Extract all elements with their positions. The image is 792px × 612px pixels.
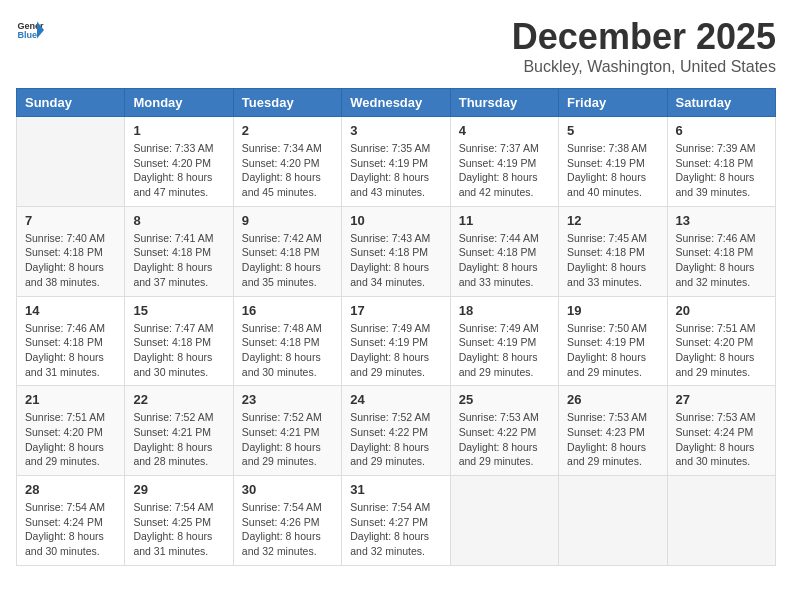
- calendar-cell: [667, 476, 775, 566]
- day-number: 28: [25, 482, 116, 497]
- calendar-week-row: 14Sunrise: 7:46 AMSunset: 4:18 PMDayligh…: [17, 296, 776, 386]
- day-info: Sunrise: 7:46 AMSunset: 4:18 PMDaylight:…: [676, 231, 767, 290]
- day-of-week-header: Tuesday: [233, 89, 341, 117]
- day-number: 8: [133, 213, 224, 228]
- calendar-cell: 19Sunrise: 7:50 AMSunset: 4:19 PMDayligh…: [559, 296, 667, 386]
- calendar-cell: 13Sunrise: 7:46 AMSunset: 4:18 PMDayligh…: [667, 206, 775, 296]
- day-number: 14: [25, 303, 116, 318]
- day-info: Sunrise: 7:37 AMSunset: 4:19 PMDaylight:…: [459, 141, 550, 200]
- month-title: December 2025: [512, 16, 776, 58]
- calendar-cell: 15Sunrise: 7:47 AMSunset: 4:18 PMDayligh…: [125, 296, 233, 386]
- day-number: 27: [676, 392, 767, 407]
- day-info: Sunrise: 7:40 AMSunset: 4:18 PMDaylight:…: [25, 231, 116, 290]
- calendar-header-row: SundayMondayTuesdayWednesdayThursdayFrid…: [17, 89, 776, 117]
- calendar-cell: 16Sunrise: 7:48 AMSunset: 4:18 PMDayligh…: [233, 296, 341, 386]
- day-info: Sunrise: 7:53 AMSunset: 4:22 PMDaylight:…: [459, 410, 550, 469]
- day-of-week-header: Wednesday: [342, 89, 450, 117]
- day-info: Sunrise: 7:34 AMSunset: 4:20 PMDaylight:…: [242, 141, 333, 200]
- day-info: Sunrise: 7:33 AMSunset: 4:20 PMDaylight:…: [133, 141, 224, 200]
- day-number: 16: [242, 303, 333, 318]
- calendar-cell: 14Sunrise: 7:46 AMSunset: 4:18 PMDayligh…: [17, 296, 125, 386]
- day-info: Sunrise: 7:48 AMSunset: 4:18 PMDaylight:…: [242, 321, 333, 380]
- title-section: December 2025 Buckley, Washington, Unite…: [512, 16, 776, 76]
- day-number: 13: [676, 213, 767, 228]
- calendar-cell: 21Sunrise: 7:51 AMSunset: 4:20 PMDayligh…: [17, 386, 125, 476]
- calendar-cell: 30Sunrise: 7:54 AMSunset: 4:26 PMDayligh…: [233, 476, 341, 566]
- calendar-cell: 7Sunrise: 7:40 AMSunset: 4:18 PMDaylight…: [17, 206, 125, 296]
- day-number: 5: [567, 123, 658, 138]
- day-of-week-header: Friday: [559, 89, 667, 117]
- day-info: Sunrise: 7:35 AMSunset: 4:19 PMDaylight:…: [350, 141, 441, 200]
- day-info: Sunrise: 7:54 AMSunset: 4:25 PMDaylight:…: [133, 500, 224, 559]
- day-info: Sunrise: 7:49 AMSunset: 4:19 PMDaylight:…: [350, 321, 441, 380]
- calendar-cell: 22Sunrise: 7:52 AMSunset: 4:21 PMDayligh…: [125, 386, 233, 476]
- calendar-cell: 24Sunrise: 7:52 AMSunset: 4:22 PMDayligh…: [342, 386, 450, 476]
- logo: General Blue: [16, 16, 44, 44]
- day-number: 11: [459, 213, 550, 228]
- day-number: 4: [459, 123, 550, 138]
- day-number: 7: [25, 213, 116, 228]
- day-info: Sunrise: 7:52 AMSunset: 4:22 PMDaylight:…: [350, 410, 441, 469]
- calendar-cell: 17Sunrise: 7:49 AMSunset: 4:19 PMDayligh…: [342, 296, 450, 386]
- day-number: 15: [133, 303, 224, 318]
- day-info: Sunrise: 7:54 AMSunset: 4:24 PMDaylight:…: [25, 500, 116, 559]
- day-number: 3: [350, 123, 441, 138]
- day-number: 9: [242, 213, 333, 228]
- calendar-cell: 31Sunrise: 7:54 AMSunset: 4:27 PMDayligh…: [342, 476, 450, 566]
- calendar-cell: 23Sunrise: 7:52 AMSunset: 4:21 PMDayligh…: [233, 386, 341, 476]
- calendar-cell: 26Sunrise: 7:53 AMSunset: 4:23 PMDayligh…: [559, 386, 667, 476]
- day-of-week-header: Sunday: [17, 89, 125, 117]
- calendar-cell: 29Sunrise: 7:54 AMSunset: 4:25 PMDayligh…: [125, 476, 233, 566]
- calendar-week-row: 7Sunrise: 7:40 AMSunset: 4:18 PMDaylight…: [17, 206, 776, 296]
- day-number: 26: [567, 392, 658, 407]
- day-number: 12: [567, 213, 658, 228]
- calendar-cell: 10Sunrise: 7:43 AMSunset: 4:18 PMDayligh…: [342, 206, 450, 296]
- svg-text:Blue: Blue: [17, 30, 37, 40]
- day-info: Sunrise: 7:42 AMSunset: 4:18 PMDaylight:…: [242, 231, 333, 290]
- day-number: 21: [25, 392, 116, 407]
- calendar-cell: [559, 476, 667, 566]
- calendar-cell: 28Sunrise: 7:54 AMSunset: 4:24 PMDayligh…: [17, 476, 125, 566]
- calendar-cell: 27Sunrise: 7:53 AMSunset: 4:24 PMDayligh…: [667, 386, 775, 476]
- day-number: 2: [242, 123, 333, 138]
- day-info: Sunrise: 7:38 AMSunset: 4:19 PMDaylight:…: [567, 141, 658, 200]
- day-info: Sunrise: 7:54 AMSunset: 4:26 PMDaylight:…: [242, 500, 333, 559]
- day-info: Sunrise: 7:39 AMSunset: 4:18 PMDaylight:…: [676, 141, 767, 200]
- day-number: 23: [242, 392, 333, 407]
- day-info: Sunrise: 7:46 AMSunset: 4:18 PMDaylight:…: [25, 321, 116, 380]
- logo-icon: General Blue: [16, 16, 44, 44]
- calendar-cell: 12Sunrise: 7:45 AMSunset: 4:18 PMDayligh…: [559, 206, 667, 296]
- day-number: 19: [567, 303, 658, 318]
- day-info: Sunrise: 7:53 AMSunset: 4:23 PMDaylight:…: [567, 410, 658, 469]
- location-title: Buckley, Washington, United States: [512, 58, 776, 76]
- calendar-cell: 11Sunrise: 7:44 AMSunset: 4:18 PMDayligh…: [450, 206, 558, 296]
- calendar-cell: 20Sunrise: 7:51 AMSunset: 4:20 PMDayligh…: [667, 296, 775, 386]
- day-number: 29: [133, 482, 224, 497]
- day-number: 20: [676, 303, 767, 318]
- day-number: 6: [676, 123, 767, 138]
- day-info: Sunrise: 7:52 AMSunset: 4:21 PMDaylight:…: [133, 410, 224, 469]
- day-info: Sunrise: 7:51 AMSunset: 4:20 PMDaylight:…: [676, 321, 767, 380]
- day-number: 31: [350, 482, 441, 497]
- day-info: Sunrise: 7:50 AMSunset: 4:19 PMDaylight:…: [567, 321, 658, 380]
- calendar-cell: [17, 117, 125, 207]
- day-number: 18: [459, 303, 550, 318]
- calendar-cell: 3Sunrise: 7:35 AMSunset: 4:19 PMDaylight…: [342, 117, 450, 207]
- day-info: Sunrise: 7:52 AMSunset: 4:21 PMDaylight:…: [242, 410, 333, 469]
- page-header: General Blue December 2025 Buckley, Wash…: [16, 16, 776, 76]
- day-info: Sunrise: 7:45 AMSunset: 4:18 PMDaylight:…: [567, 231, 658, 290]
- calendar-cell: 8Sunrise: 7:41 AMSunset: 4:18 PMDaylight…: [125, 206, 233, 296]
- day-number: 17: [350, 303, 441, 318]
- day-number: 25: [459, 392, 550, 407]
- day-number: 10: [350, 213, 441, 228]
- day-number: 30: [242, 482, 333, 497]
- day-info: Sunrise: 7:44 AMSunset: 4:18 PMDaylight:…: [459, 231, 550, 290]
- day-number: 22: [133, 392, 224, 407]
- calendar-week-row: 21Sunrise: 7:51 AMSunset: 4:20 PMDayligh…: [17, 386, 776, 476]
- calendar-cell: 4Sunrise: 7:37 AMSunset: 4:19 PMDaylight…: [450, 117, 558, 207]
- calendar-cell: 1Sunrise: 7:33 AMSunset: 4:20 PMDaylight…: [125, 117, 233, 207]
- calendar-cell: 9Sunrise: 7:42 AMSunset: 4:18 PMDaylight…: [233, 206, 341, 296]
- day-info: Sunrise: 7:51 AMSunset: 4:20 PMDaylight:…: [25, 410, 116, 469]
- calendar-cell: 25Sunrise: 7:53 AMSunset: 4:22 PMDayligh…: [450, 386, 558, 476]
- day-info: Sunrise: 7:49 AMSunset: 4:19 PMDaylight:…: [459, 321, 550, 380]
